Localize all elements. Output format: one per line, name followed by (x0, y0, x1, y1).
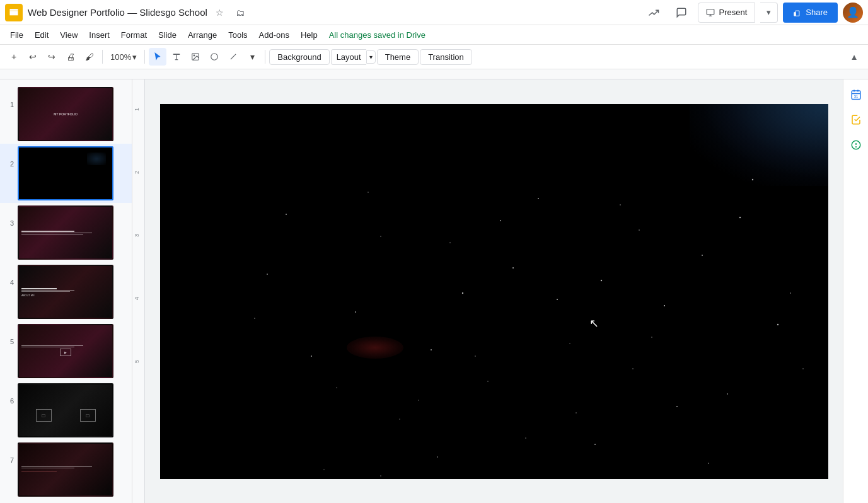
svg-point-30 (500, 220, 501, 221)
line-tool[interactable] (224, 48, 242, 66)
slide-item-5[interactable]: 5 ▶ (0, 321, 132, 381)
paint-format-button[interactable]: 🖌 (81, 48, 98, 66)
present-dropdown-button[interactable]: ▾ (760, 3, 778, 23)
svg-point-58 (651, 337, 652, 338)
image-tool[interactable] (187, 48, 204, 66)
svg-point-59 (311, 356, 312, 357)
keep-icon-button[interactable] (846, 135, 866, 155)
menu-bar: File Edit View Insert Format Slide Arran… (0, 25, 868, 44)
slide-thumb-1: MY PORTFOLIO (18, 87, 113, 141)
svg-point-47 (267, 274, 268, 275)
layout-dropdown-button[interactable]: ▾ (366, 50, 376, 64)
slide-number-1: 1 (5, 87, 14, 108)
svg-point-40 (461, 292, 463, 293)
autosave-message: All changes saved in Drive (329, 30, 425, 40)
menu-arrange[interactable]: Arrange (183, 29, 222, 41)
text-tool[interactable] (168, 48, 185, 66)
svg-point-12 (211, 54, 218, 61)
svg-point-32 (576, 412, 577, 413)
zoom-dropdown-icon: ▾ (132, 52, 137, 62)
present-button[interactable]: Present (698, 3, 755, 23)
svg-text:2: 2 (134, 171, 140, 174)
slide-item-7[interactable]: 7 (0, 440, 132, 499)
slide-item-6[interactable]: 6 □ □ (0, 381, 132, 440)
folder-button[interactable]: 🗂 (233, 5, 248, 20)
redo-button[interactable]: ↪ (43, 48, 61, 66)
slide-blob (347, 337, 403, 359)
svg-point-61 (708, 463, 709, 464)
svg-point-41 (399, 419, 400, 420)
layout-button[interactable]: Layout (331, 49, 366, 65)
corner-glow (690, 104, 828, 186)
menu-slide[interactable]: Slide (153, 29, 182, 41)
slide-thumb-5: ▶ (18, 324, 113, 378)
app-icon (5, 4, 23, 21)
share-button[interactable]: Share (783, 3, 838, 23)
menu-tools[interactable]: Tools (223, 29, 252, 41)
slide-item-2[interactable]: 2 (0, 144, 132, 203)
select-tool[interactable] (149, 48, 166, 66)
slide-number-3: 3 (5, 205, 14, 227)
undo-button[interactable]: ↩ (24, 48, 42, 66)
slide-thumb-7 (18, 442, 113, 497)
comments-icon[interactable] (670, 1, 693, 24)
slide-item-4[interactable]: 4 ABOUT ME (0, 262, 132, 321)
menu-help[interactable]: Help (296, 29, 323, 41)
present-label: Present (719, 8, 747, 17)
slide-number-5: 5 (5, 324, 14, 345)
separator-3 (265, 50, 265, 64)
background-button[interactable]: Background (269, 49, 329, 65)
header-right: Present ▾ Share 👤 (642, 1, 863, 24)
theme-button[interactable]: Theme (377, 49, 419, 65)
svg-point-39 (632, 368, 634, 369)
user-avatar[interactable]: 👤 (843, 3, 863, 23)
svg-point-68 (286, 214, 287, 215)
slide-canvas[interactable] (160, 104, 828, 479)
slide-item-1[interactable]: 1 MY PORTFOLIO (0, 84, 132, 144)
zoom-level: 100% (110, 52, 131, 62)
menu-addons[interactable]: Add-ons (254, 29, 294, 41)
svg-point-43 (487, 381, 489, 382)
print-button[interactable]: 🖨 (62, 48, 79, 66)
svg-point-38 (538, 198, 539, 199)
menu-file[interactable]: File (5, 29, 28, 41)
slide-thumb-2 (18, 146, 113, 200)
svg-point-66 (639, 229, 640, 231)
svg-rect-0 (9, 9, 18, 16)
svg-point-50 (525, 437, 526, 439)
separator-2 (144, 50, 145, 64)
tasks-icon-button[interactable] (846, 110, 866, 130)
svg-text:3: 3 (134, 234, 140, 237)
slide-number-4: 4 (5, 265, 14, 286)
menu-view[interactable]: View (55, 29, 83, 41)
star-button[interactable]: ☆ (212, 5, 228, 20)
zoom-selector[interactable]: 100% ▾ (107, 51, 141, 63)
svg-point-67 (727, 393, 728, 395)
slide-item-3[interactable]: 3 (0, 203, 132, 262)
add-button[interactable]: + (5, 48, 23, 66)
svg-point-46 (569, 343, 570, 344)
svg-point-35 (380, 236, 381, 237)
svg-point-65 (380, 475, 381, 477)
shape-tool[interactable] (205, 48, 223, 66)
search-icon[interactable] (642, 1, 665, 24)
toolbar-collapse-button[interactable]: ▲ (845, 48, 863, 66)
transition-button[interactable]: Transition (420, 49, 472, 65)
menu-insert[interactable]: Insert (84, 29, 115, 41)
svg-point-48 (620, 204, 621, 205)
title-bar: Web Designer Portfolio — Slidesgo School… (0, 0, 868, 25)
vertical-ruler: 1 2 3 4 5 (132, 79, 145, 503)
svg-point-45 (777, 323, 778, 325)
svg-point-62 (254, 318, 255, 319)
doc-title: Web Designer Portfolio — Slidesgo School (28, 7, 207, 18)
slide-number-7: 7 (5, 442, 14, 464)
svg-point-54 (367, 192, 369, 193)
more-tools[interactable]: ▾ (243, 48, 261, 66)
calendar-icon-button[interactable]: 31 (846, 84, 866, 105)
svg-point-70 (790, 292, 791, 294)
menu-edit[interactable]: Edit (30, 29, 54, 41)
canvas-area[interactable]: ↖ (145, 79, 843, 503)
slides-panel: 1 MY PORTFOLIO 2 3 (0, 79, 132, 503)
svg-point-88 (855, 147, 856, 147)
menu-format[interactable]: Format (116, 29, 152, 41)
